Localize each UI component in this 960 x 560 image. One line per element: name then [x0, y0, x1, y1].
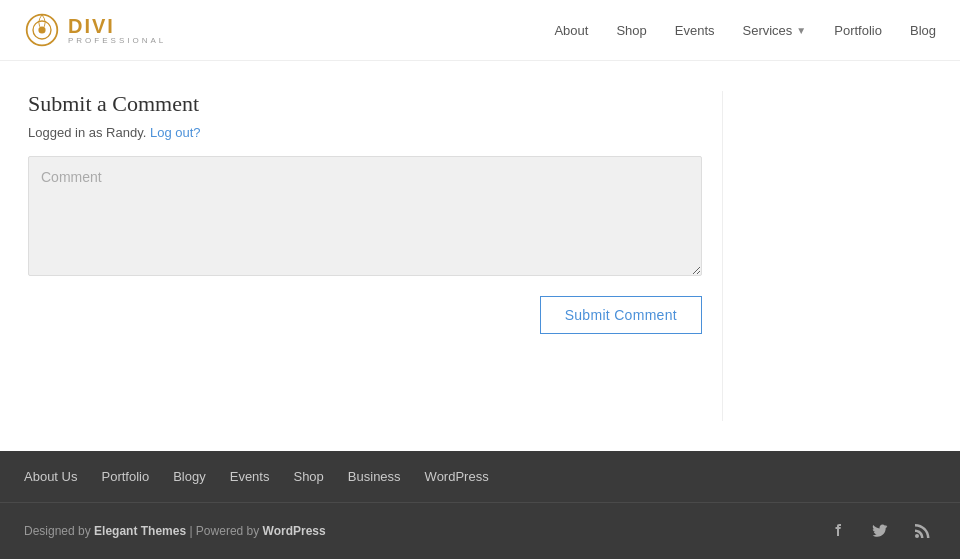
footer-link-wordpress[interactable]: WordPress	[425, 469, 489, 484]
logo-sub-label: PROFESSIONAL	[68, 37, 166, 46]
main-nav: About Shop Events Services ▼ Portfolio B…	[554, 23, 936, 38]
logo[interactable]: DIVI PROFESSIONAL	[24, 12, 166, 48]
social-icons	[824, 517, 936, 545]
nav-shop[interactable]: Shop	[616, 23, 646, 38]
footer-link-business[interactable]: Business	[348, 469, 401, 484]
svg-point-3	[915, 534, 919, 538]
footer-link-blogy[interactable]: Blogy	[173, 469, 206, 484]
credit-prefix: Designed by	[24, 524, 94, 538]
footer-link-shop[interactable]: Shop	[293, 469, 323, 484]
sidebar	[722, 91, 932, 421]
site-header: DIVI PROFESSIONAL About Shop Events Serv…	[0, 0, 960, 61]
logo-text: DIVI PROFESSIONAL	[68, 15, 166, 46]
nav-services-link[interactable]: Services	[743, 23, 793, 38]
facebook-icon[interactable]	[824, 517, 852, 545]
wordpress-link[interactable]: WordPress	[263, 524, 326, 538]
section-title: Submit a Comment	[28, 91, 702, 117]
credit-separator: | Powered by	[186, 524, 263, 538]
logged-in-text: Logged in as Randy.	[28, 125, 146, 140]
submit-comment-button[interactable]: Submit Comment	[540, 296, 702, 334]
logout-link[interactable]: Log out?	[150, 125, 201, 140]
rss-icon[interactable]	[908, 517, 936, 545]
submit-area: Submit Comment	[28, 296, 702, 334]
nav-blog[interactable]: Blog	[910, 23, 936, 38]
elegant-themes-link[interactable]: Elegant Themes	[94, 524, 186, 538]
nav-events[interactable]: Events	[675, 23, 715, 38]
footer-link-portfolio[interactable]: Portfolio	[101, 469, 149, 484]
nav-services[interactable]: Services ▼	[743, 23, 807, 38]
nav-portfolio[interactable]: Portfolio	[834, 23, 882, 38]
site-footer: About Us Portfolio Blogy Events Shop Bus…	[0, 451, 960, 559]
nav-about[interactable]: About	[554, 23, 588, 38]
footer-nav: About Us Portfolio Blogy Events Shop Bus…	[0, 451, 960, 503]
footer-link-about-us[interactable]: About Us	[24, 469, 77, 484]
comment-textarea[interactable]	[28, 156, 702, 276]
logged-in-info: Logged in as Randy. Log out?	[28, 125, 702, 140]
main-content: Submit a Comment Logged in as Randy. Log…	[0, 61, 960, 451]
content-area: Submit a Comment Logged in as Randy. Log…	[28, 91, 722, 421]
footer-link-events[interactable]: Events	[230, 469, 270, 484]
footer-bottom: Designed by Elegant Themes | Powered by …	[0, 503, 960, 559]
twitter-icon[interactable]	[866, 517, 894, 545]
logo-divi-label: DIVI	[68, 15, 166, 37]
chevron-down-icon: ▼	[796, 25, 806, 36]
footer-credit: Designed by Elegant Themes | Powered by …	[24, 524, 326, 538]
logo-icon	[24, 12, 60, 48]
